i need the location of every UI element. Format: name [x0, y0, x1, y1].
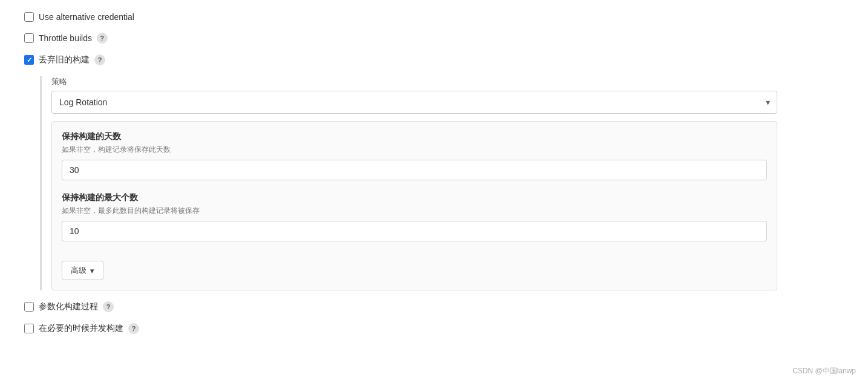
keep-days-input[interactable]	[62, 160, 767, 180]
log-rotation-sub-section: 保持构建的天数 如果非空，构建记录将保存此天数 保持构建的最大个数 如果非空，最…	[51, 121, 777, 290]
keep-days-desc: 如果非空，构建记录将保存此天数	[62, 145, 767, 155]
throttle-builds-checkbox[interactable]	[24, 33, 34, 43]
advanced-chevron-icon: ▾	[90, 266, 94, 275]
build-when-necessary-row: 在必要的时候并发构建 ?	[24, 323, 844, 334]
throttle-builds-label: Throttle builds	[39, 33, 92, 43]
keep-max-desc: 如果非空，最多此数目的构建记录将被保存	[62, 206, 767, 216]
keep-days-group: 保持构建的天数 如果非空，构建记录将保存此天数	[62, 131, 767, 180]
use-alternative-credential-row: Use alternative credential	[24, 12, 844, 22]
strategy-dropdown-wrapper: Log Rotation ▾	[51, 91, 777, 114]
settings-page: Use alternative credential Throttle buil…	[0, 0, 868, 386]
keep-max-group: 保持构建的最大个数 如果非空，最多此数目的构建记录将被保存	[62, 192, 767, 241]
build-when-necessary-checkbox[interactable]	[24, 324, 34, 333]
footer-text: CSDN @中国lanwp	[792, 366, 856, 376]
throttle-builds-row: Throttle builds ?	[24, 33, 844, 44]
build-when-necessary-label: 在必要的时候并发构建	[39, 323, 123, 334]
keep-days-title: 保持构建的天数	[62, 131, 767, 142]
keep-max-title: 保持构建的最大个数	[62, 192, 767, 203]
discard-old-builds-row: 丢弃旧的构建 ?	[24, 54, 844, 65]
strategy-select[interactable]: Log Rotation	[51, 91, 777, 114]
use-alternative-credential-label: Use alternative credential	[39, 12, 134, 22]
parameterize-builds-row: 参数化构建过程 ?	[24, 301, 844, 312]
throttle-builds-help-icon[interactable]: ?	[97, 33, 108, 44]
parameterize-builds-label: 参数化构建过程	[39, 301, 98, 312]
advanced-button[interactable]: 高级 ▾	[62, 261, 103, 280]
discard-old-builds-label: 丢弃旧的构建	[39, 54, 90, 65]
use-alternative-credential-checkbox[interactable]	[24, 12, 34, 22]
strategy-label: 策略	[51, 76, 844, 87]
keep-max-input[interactable]	[62, 221, 767, 241]
discard-old-builds-help-icon[interactable]: ?	[94, 54, 105, 65]
parameterize-builds-checkbox[interactable]	[24, 302, 34, 312]
discard-old-builds-checkbox[interactable]	[24, 55, 34, 65]
parameterize-builds-help-icon[interactable]: ?	[103, 301, 114, 312]
build-when-necessary-help-icon[interactable]: ?	[128, 323, 139, 334]
discard-old-builds-section: 策略 Log Rotation ▾ 保持构建的天数 如果非空，构建记录将保存此天…	[40, 76, 844, 290]
advanced-button-label: 高级	[71, 265, 86, 276]
